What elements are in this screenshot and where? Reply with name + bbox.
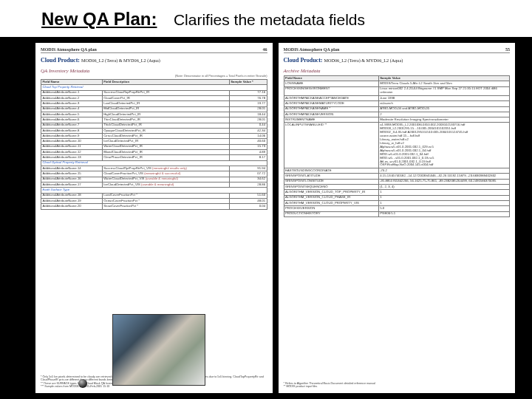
page-left-header: MODIS Atmosphere QA plan (41, 47, 97, 52)
archive-metadata-table: Field Name Sample Value LONGNAMEMODIS/Te… (284, 75, 511, 217)
page-right-product-sub: MOD06_L2 (Terra) & MYD06_L2 (Aqua) (324, 58, 403, 63)
page-left-number: 46 (263, 47, 267, 52)
slide-title: New QA Plan: (41, 9, 157, 30)
page-left-product: Cloud Product: (41, 57, 80, 64)
page-bullet-icon (78, 379, 87, 388)
qa-metadata-table: Field Name Field Description Sample Valu… (41, 79, 267, 210)
page-left-note: (Note: Denominator in all Percentages = … (41, 74, 267, 78)
page-right-header: MODIS Atmosphere QA plan (284, 47, 340, 52)
page-right: MODIS Atmosphere QA plan 55 Cloud Produc… (279, 43, 516, 393)
page-left-section: QA Inventory Metadata (41, 68, 267, 74)
page-right-footnotes: * Refers to Algorithm Theoretical Basis … (284, 382, 511, 389)
slide-subtitle: Clarifies the metadata fields (174, 11, 365, 29)
page-right-product: Cloud Product: (284, 57, 323, 64)
page-left-product-sub: MOD06_L2 (Terra) & MYD06_L2 (Aqua) (81, 58, 160, 63)
page-left: MODIS Atmosphere QA plan 46 Cloud Produc… (35, 43, 273, 393)
satellite-thumbnail (113, 315, 205, 385)
pages-container: MODIS Atmosphere QA plan 46 Cloud Produc… (35, 43, 515, 393)
page-right-number: 55 (505, 47, 510, 52)
page-right-section: Archive Metadata (284, 68, 511, 74)
